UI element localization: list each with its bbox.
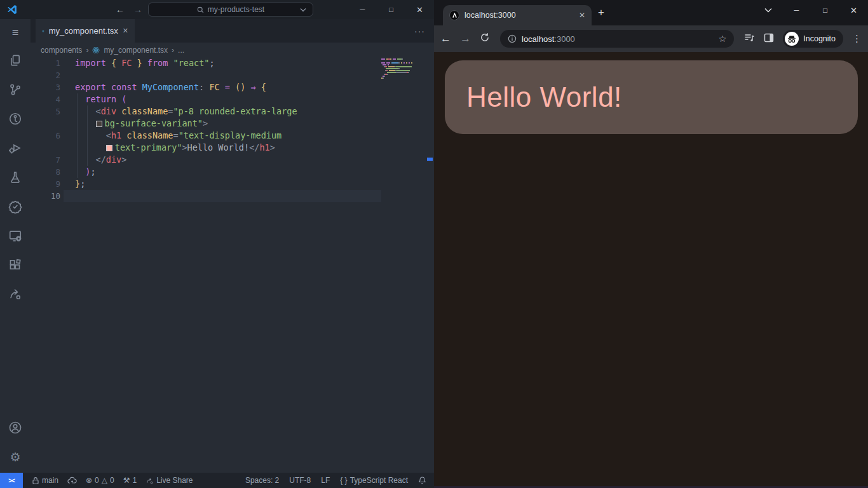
branch-label: main — [42, 476, 58, 485]
code-line[interactable]: 4 return ( — [31, 93, 434, 105]
url-port: :3000 — [554, 34, 575, 44]
media-controls-icon[interactable] — [744, 33, 755, 45]
command-center-search[interactable]: my-products-test — [148, 3, 313, 17]
live-share-icon[interactable] — [0, 280, 31, 309]
search-icon — [197, 6, 204, 13]
address-bar[interactable]: localhost:3000 ☆ — [500, 30, 734, 48]
react-icon — [92, 46, 100, 54]
extensions-icon[interactable] — [0, 250, 31, 280]
code-line[interactable]: 2 — [31, 69, 434, 81]
line-number: 8 — [31, 166, 60, 178]
vscode-logo-icon — [6, 4, 18, 15]
warning-icon: △ — [102, 476, 107, 485]
incognito-avatar-icon — [785, 32, 799, 46]
breadcrumb-symbol[interactable]: ... — [178, 46, 184, 55]
browser-tab-localhost[interactable]: localhost:3000 ✕ — [443, 5, 592, 25]
code-line[interactable]: 8 ); — [31, 166, 434, 178]
incognito-profile-chip[interactable]: Incognito — [783, 30, 843, 48]
indentation-indicator[interactable]: Spaces: 2 — [245, 476, 279, 485]
browser-back-button[interactable]: ← — [440, 32, 451, 45]
code-line[interactable]: 9}; — [31, 178, 434, 190]
testing-icon[interactable] — [0, 163, 31, 192]
history-back-button[interactable]: ← — [116, 4, 125, 15]
eol-indicator[interactable]: LF — [321, 476, 330, 485]
editor-tab-bar: my_component.tsx ✕ ··· — [31, 19, 434, 43]
remote-explorer-icon[interactable] — [0, 221, 31, 250]
hamburger-menu-icon[interactable]: ≡ — [0, 19, 31, 46]
remote-indicator[interactable]: >< — [0, 473, 23, 488]
tab-search-chevron-icon[interactable] — [754, 0, 782, 20]
code-line[interactable]: 7 </div> — [31, 154, 434, 166]
explorer-icon[interactable] — [0, 46, 31, 75]
code-editor[interactable]: 1import { FC } from "react";23export con… — [31, 57, 434, 473]
breadcrumb-folder[interactable]: components — [41, 46, 82, 55]
tab-label: my_component.tsx — [49, 26, 118, 36]
nextjs-favicon — [449, 10, 459, 20]
chrome-close-button[interactable]: ✕ — [839, 0, 868, 20]
publish-button[interactable] — [67, 477, 77, 484]
breadcrumb-file[interactable]: my_component.tsx — [104, 46, 168, 55]
browser-tab-title: localhost:3000 — [465, 11, 516, 20]
error-icon: ⊗ — [86, 476, 92, 485]
tab-my-component[interactable]: my_component.tsx ✕ — [36, 19, 135, 43]
source-control-icon[interactable] — [0, 75, 31, 104]
code-line[interactable]: 1import { FC } from "react"; — [31, 57, 434, 69]
status-bar: >< main ⊗ 0 △ 0 ⚒ 1 Live Share Spaces: 2… — [0, 473, 434, 488]
branch-indicator[interactable]: main — [32, 476, 58, 485]
timeline-icon[interactable] — [0, 104, 31, 133]
settings-gear-icon[interactable]: ⚙ — [0, 442, 31, 471]
code-line[interactable]: 3export const MyComponent: FC = () ⇒ { — [31, 81, 434, 93]
vscode-maximize-button[interactable]: □ — [377, 0, 405, 19]
code-line[interactable]: 10 — [31, 190, 434, 202]
side-panel-icon[interactable] — [764, 33, 774, 45]
vscode-window: ← → my-products-test ─ □ ✕ ≡ ⚙ — [0, 0, 434, 488]
browser-tab-close-icon[interactable]: ✕ — [579, 11, 585, 20]
chevron-right-icon: › — [172, 46, 174, 55]
code-line[interactable]: 6 <h1 className="text-display-medium — [31, 130, 434, 142]
approvals-icon[interactable] — [0, 192, 31, 221]
braces-icon: { } — [340, 476, 347, 485]
hello-world-heading: Hello World! — [466, 81, 622, 113]
breadcrumb[interactable]: components › my_component.tsx › ... — [31, 43, 434, 57]
warning-count: 0 — [110, 476, 114, 485]
task-count: 1 — [132, 476, 137, 485]
tab-close-icon[interactable]: ✕ — [123, 27, 128, 35]
vscode-minimize-button[interactable]: ─ — [348, 0, 377, 19]
bookmark-star-icon[interactable]: ☆ — [719, 34, 727, 44]
language-indicator[interactable]: { } TypeScript React — [340, 476, 408, 485]
vscode-close-button[interactable]: ✕ — [405, 0, 434, 19]
browser-menu-icon[interactable]: ⋮ — [852, 33, 862, 44]
color-swatch-icon — [96, 121, 102, 127]
problems-indicator[interactable]: ⊗ 0 △ 0 — [86, 476, 114, 485]
live-share-label: Live Share — [156, 476, 193, 485]
live-share-button[interactable]: Live Share — [146, 476, 193, 485]
browser-forward-button[interactable]: → — [460, 32, 471, 45]
encoding-indicator[interactable]: UTF-8 — [289, 476, 311, 485]
tools-icon: ⚒ — [123, 476, 130, 485]
chrome-minimize-button[interactable]: ─ — [782, 0, 811, 20]
code-line[interactable]: text-primary">Hello World!</h1> — [31, 142, 434, 154]
code-line[interactable]: bg-surface-variant"> — [31, 118, 434, 130]
bell-icon[interactable] — [418, 476, 426, 485]
line-number: 6 — [31, 130, 60, 142]
code-lines: 1import { FC } from "react";23export con… — [31, 57, 434, 202]
history-forward-button[interactable]: → — [133, 4, 142, 15]
chrome-maximize-button[interactable]: □ — [811, 0, 839, 20]
hello-world-card: Hello World! — [445, 60, 858, 134]
reload-button[interactable] — [480, 32, 490, 45]
web-page: Hello World! — [434, 52, 868, 488]
chevron-down-icon — [300, 8, 306, 12]
site-info-icon[interactable] — [508, 34, 517, 43]
chrome-tab-strip: localhost:3000 ✕ + ─ □ ✕ — [434, 0, 868, 25]
tasks-indicator[interactable]: ⚒ 1 — [123, 476, 137, 485]
run-debug-icon[interactable] — [0, 133, 31, 163]
new-tab-button[interactable]: + — [598, 8, 604, 17]
code-line[interactable]: 5 <div className="p-8 rounded-extra-larg… — [31, 105, 434, 118]
react-icon — [42, 27, 44, 36]
account-icon[interactable] — [0, 413, 31, 442]
line-number: 4 — [31, 93, 60, 105]
editor-actions-more-icon[interactable]: ··· — [414, 26, 425, 36]
chevron-right-icon: › — [86, 46, 88, 55]
vscode-titlebar: ← → my-products-test ─ □ ✕ — [0, 0, 434, 19]
line-number: 2 — [31, 69, 60, 81]
